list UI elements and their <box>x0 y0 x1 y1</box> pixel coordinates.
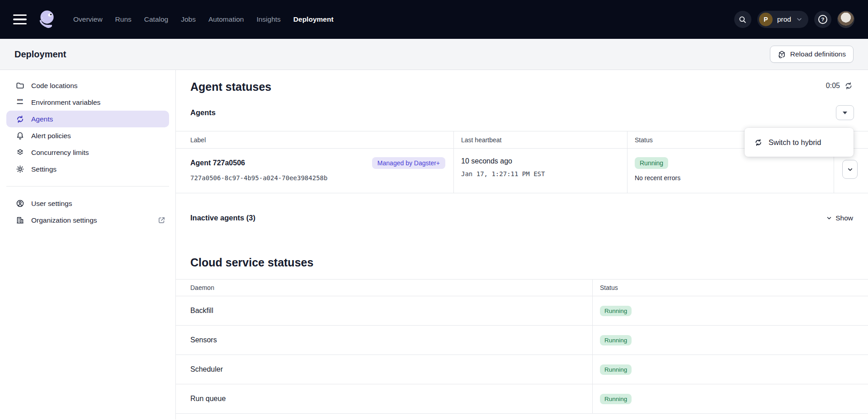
column-header-status: Status <box>592 280 868 296</box>
agent-label-cell: Agent 727a0506 Managed by Dagster+ 727a0… <box>176 149 453 193</box>
sidebar-item-label: Concurrency limits <box>31 149 89 157</box>
chevron-down-icon <box>796 16 803 23</box>
building-icon <box>16 216 24 224</box>
sidebar-item-organization-settings[interactable]: Organization settings <box>6 212 169 229</box>
agent-name[interactable]: Agent 727a0506 <box>190 159 245 167</box>
page-header: Deployment Reload definitions <box>0 39 868 70</box>
sidebar-divider <box>6 186 169 187</box>
user-icon <box>16 199 24 208</box>
svg-text:?: ? <box>821 17 824 22</box>
sidebar-item-label: Agents <box>31 115 53 123</box>
reload-definitions-label: Reload definitions <box>790 50 846 58</box>
top-nav-right: P prod ? <box>734 11 854 28</box>
inactive-agents-heading: Inactive agents (3) <box>190 214 255 222</box>
deployment-switcher[interactable]: P prod <box>757 11 808 28</box>
sidebar-item-concurrency-limits[interactable]: Concurrency limits <box>6 144 169 161</box>
nav-item-jobs[interactable]: Jobs <box>181 15 196 23</box>
section-title-agent-statuses: Agent statuses <box>190 80 271 93</box>
show-label: Show <box>835 214 853 222</box>
cycle-icon <box>16 115 24 123</box>
chevron-down-icon <box>847 166 854 173</box>
top-nav: Overview Runs Catalog Jobs Automation In… <box>0 0 868 39</box>
deployment-avatar: P <box>759 13 773 26</box>
sidebar-item-agents[interactable]: Agents <box>6 111 169 127</box>
primary-nav: Overview Runs Catalog Jobs Automation In… <box>73 15 334 23</box>
agent-row-expand-button[interactable] <box>842 160 858 179</box>
menu-item-switch-to-hybrid[interactable]: Switch to hybrid <box>769 138 821 147</box>
nav-item-catalog[interactable]: Catalog <box>144 15 168 23</box>
refresh-countdown: 0:05 <box>826 82 840 90</box>
agent-heartbeat-cell: 10 seconds ago Jan 17, 1:27:11 PM EST <box>453 149 627 193</box>
sidebar-item-label: User settings <box>31 200 72 208</box>
agents-heading: Agents <box>190 108 216 117</box>
reload-cube-icon <box>778 50 786 59</box>
refresh-icon[interactable] <box>844 82 853 90</box>
cycle-icon <box>755 139 762 146</box>
chevron-down-icon <box>826 215 832 221</box>
section-title-cloud-service-statuses: Cloud service statuses <box>190 256 868 269</box>
table-row: Backfill Running <box>176 296 868 326</box>
status-badge: Running <box>600 335 632 345</box>
sidebar-item-settings[interactable]: Settings <box>6 161 169 177</box>
heartbeat-timestamp: Jan 17, 1:27:11 PM EST <box>461 170 627 177</box>
dagster-logo-icon[interactable] <box>35 8 58 31</box>
daemon-name: Sensors <box>176 336 592 344</box>
agent-id: 727a0506-8c97-4b95-a024-70ee3984258b <box>190 174 453 182</box>
status-badge: Running <box>600 306 632 316</box>
gear-icon <box>16 165 24 173</box>
table-row: Run queue Running <box>176 384 868 414</box>
question-icon: ? <box>817 14 828 25</box>
table-row: Sensors Running <box>176 326 868 355</box>
svg-text:***: *** <box>17 98 24 103</box>
search-icon <box>738 15 747 24</box>
status-detail: No recent errors <box>635 174 834 182</box>
deployment-name: prod <box>777 15 791 23</box>
nav-item-runs[interactable]: Runs <box>115 15 132 23</box>
env-vars-icon: *** <box>16 98 24 107</box>
column-header-daemon: Daemon <box>176 284 592 291</box>
daemon-name: Run queue <box>176 395 592 403</box>
user-avatar[interactable] <box>837 11 854 28</box>
show-inactive-agents-toggle[interactable]: Show <box>826 214 853 222</box>
status-badge: Running <box>600 394 632 404</box>
status-badge: Running <box>600 364 632 375</box>
nav-item-overview[interactable]: Overview <box>73 15 103 23</box>
daemon-name: Backfill <box>176 307 592 315</box>
cloud-services-table: Daemon Status Backfill Running Sensors R… <box>176 279 868 414</box>
bell-icon <box>16 131 24 140</box>
column-header-last-heartbeat: Last heartbeat <box>453 131 627 148</box>
sidebar-item-user-settings[interactable]: User settings <box>6 195 169 212</box>
page-title: Deployment <box>14 49 66 60</box>
managed-badge: Managed by Dagster+ <box>372 157 445 169</box>
main-content: Agent statuses 0:05 Agents Label Last he… <box>176 70 868 420</box>
status-badge: Running <box>635 157 668 169</box>
agents-actions-menu: Switch to hybrid <box>745 128 854 157</box>
sidebar-item-label: Organization settings <box>31 216 97 224</box>
heartbeat-relative: 10 seconds ago <box>461 157 627 165</box>
nav-item-insights[interactable]: Insights <box>256 15 280 23</box>
search-button[interactable] <box>734 11 751 28</box>
reload-definitions-button[interactable]: Reload definitions <box>770 46 854 63</box>
deployment-sidebar: Code locations *** Environment variables… <box>0 70 176 420</box>
sidebar-item-alert-policies[interactable]: Alert policies <box>6 127 169 144</box>
help-button[interactable]: ? <box>814 11 831 28</box>
sidebar-item-environment-variables[interactable]: *** Environment variables <box>6 94 169 111</box>
refresh-timer: 0:05 <box>826 82 853 90</box>
column-header-label: Label <box>176 136 453 144</box>
nav-item-deployment[interactable]: Deployment <box>293 15 334 23</box>
sidebar-item-label: Settings <box>31 165 57 173</box>
agents-actions-dropdown-button[interactable] <box>836 105 854 120</box>
table-row: Scheduler Running <box>176 355 868 384</box>
nav-item-automation[interactable]: Automation <box>208 15 244 23</box>
external-link-icon <box>158 216 165 224</box>
cloud-table-header: Daemon Status <box>176 280 868 296</box>
hamburger-menu-icon[interactable] <box>13 14 27 25</box>
sidebar-item-code-locations[interactable]: Code locations <box>6 77 169 94</box>
daemon-name: Scheduler <box>176 365 592 373</box>
sidebar-item-label: Alert policies <box>31 132 71 140</box>
sidebar-item-label: Code locations <box>31 82 78 90</box>
sidebar-item-label: Environment variables <box>31 98 100 107</box>
folder-icon <box>16 81 24 90</box>
caret-down-icon <box>843 112 847 114</box>
layers-icon <box>16 148 24 157</box>
